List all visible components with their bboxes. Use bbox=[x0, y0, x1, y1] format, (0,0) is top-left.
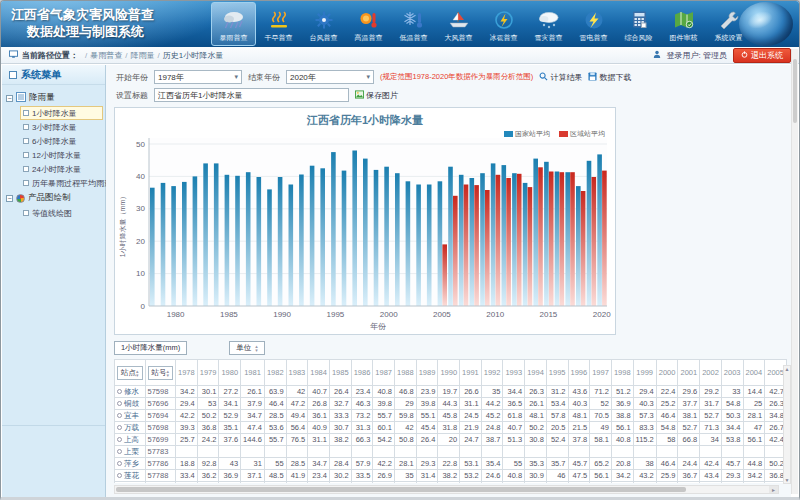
globe-graphic bbox=[739, 2, 793, 46]
radio-icon[interactable] bbox=[117, 449, 122, 454]
sidebar-item-0-2[interactable]: 6小时降水量 bbox=[20, 134, 103, 148]
toolbar-item-lightning[interactable]: 雷电普查 bbox=[571, 2, 616, 46]
table-vertical-scrollbar[interactable]: ▲▼ bbox=[783, 365, 791, 484]
value-cell: 42.2 bbox=[176, 410, 198, 422]
table-row[interactable]: 修水5759834.230.127.226.163.94240.726.423.… bbox=[115, 386, 788, 398]
toolbar-item-rainstorm[interactable]: 暴雨普查 bbox=[211, 2, 256, 46]
sidebar-group-0[interactable]: −降雨量 bbox=[6, 90, 103, 106]
table-row[interactable]: 铜鼓5769629.45334.137.946.447.226.832.746.… bbox=[115, 398, 788, 410]
station-name: 万载 bbox=[124, 423, 139, 433]
start-year-select[interactable]: 1978年▾ bbox=[154, 70, 242, 84]
toolbar-item-cold[interactable]: 低温普查 bbox=[391, 2, 436, 46]
value-cell: 40.8 bbox=[373, 386, 395, 398]
radio-icon[interactable] bbox=[117, 413, 122, 418]
table-row[interactable]: 莲花5778833.436.236.937.148.541.923.430.23… bbox=[115, 470, 788, 482]
radio-icon[interactable] bbox=[117, 389, 122, 394]
value-cell: 23.9 bbox=[176, 482, 198, 484]
data-download-button[interactable]: 数据下载 bbox=[588, 72, 631, 83]
toolbar-item-hail[interactable]: 冰雹普查 bbox=[481, 2, 526, 46]
table-row[interactable]: 上高5769925.724.237.6144.655.776.531.138.2… bbox=[115, 434, 788, 446]
value-cell: 53.6 bbox=[264, 422, 286, 434]
calc-result-button[interactable]: 计算结果 bbox=[539, 72, 582, 83]
sidebar-item-1-0[interactable]: 等值线绘图 bbox=[20, 206, 103, 220]
id-filter[interactable]: 站号▴▾ bbox=[148, 366, 174, 380]
value-cell: 34.1 bbox=[219, 398, 241, 410]
radio-icon[interactable] bbox=[117, 425, 122, 430]
save-image-button[interactable]: 保存图片 bbox=[355, 90, 398, 101]
table-row[interactable]: 萍乡5778618.892.843315528.534.728.457.942.… bbox=[115, 458, 788, 470]
table-row[interactable]: 宜丰5769442.250.252.934.728.549.436.133.37… bbox=[115, 410, 788, 422]
toolbar-item-risk[interactable]: 综合风险 bbox=[616, 2, 661, 46]
breadcrumb-item[interactable]: 暴雨普查 bbox=[90, 51, 122, 60]
value-cell: 58.1 bbox=[590, 434, 612, 446]
sidebar-group-1[interactable]: −产品图绘制 bbox=[6, 190, 103, 206]
value-cell: 24.8 bbox=[481, 422, 503, 434]
sidebar-item-0-4[interactable]: 24小时降水量 bbox=[20, 162, 103, 176]
radio-icon[interactable] bbox=[117, 401, 122, 406]
sidebar-item-0-0[interactable]: 1小时降水量 bbox=[20, 106, 103, 120]
value-cell: 60.1 bbox=[373, 422, 395, 434]
value-cell: 115.2 bbox=[633, 434, 656, 446]
value-cell: 40.9 bbox=[308, 422, 330, 434]
value-cell: 42.2 bbox=[373, 458, 395, 470]
sort-arrows-icon: ▴▾ bbox=[255, 344, 258, 352]
map-icon bbox=[672, 8, 696, 32]
radio-icon[interactable] bbox=[117, 437, 122, 442]
value-cell: 78.5 bbox=[219, 482, 241, 484]
toolbar-item-heat[interactable]: 高温普查 bbox=[346, 2, 391, 46]
user-area: 登录用户: 管理员 退出系统 bbox=[653, 48, 791, 63]
toolbar-item-typhoon[interactable]: 台风普查 bbox=[301, 2, 346, 46]
lightning-bolt-icon bbox=[582, 8, 606, 32]
toolbar-item-drought[interactable]: 干旱普查 bbox=[256, 2, 301, 46]
station-filter[interactable]: 站点▴▾ bbox=[117, 366, 143, 380]
radio-icon[interactable] bbox=[117, 461, 122, 466]
toolbar-item-wind[interactable]: 大风普查 bbox=[436, 2, 481, 46]
table-row[interactable]: 宜春5779323.939.578.580.521.446.852.847.85… bbox=[115, 482, 788, 484]
toolbar-item-map-review[interactable]: 图件审核 bbox=[661, 2, 706, 46]
table-row[interactable]: 上栗57783 bbox=[115, 446, 788, 458]
toolbar-item-label: 雷电普查 bbox=[580, 33, 608, 43]
collapse-icon[interactable]: − bbox=[6, 95, 13, 102]
svg-text:1980: 1980 bbox=[167, 310, 185, 319]
value-cell bbox=[503, 446, 525, 458]
value-cell: 23.2 bbox=[460, 482, 482, 484]
value-cell: 21.4 bbox=[264, 482, 286, 484]
sidebar-item-0-1[interactable]: 3小时降水量 bbox=[20, 120, 103, 134]
table-horizontal-scrollbar[interactable]: ▸ bbox=[114, 485, 779, 494]
chart-title-input[interactable]: 江西省历年1小时降水量 bbox=[154, 88, 349, 102]
power-icon bbox=[741, 51, 748, 60]
table-row[interactable]: 万载5769839.336.835.147.453.656.440.930.73… bbox=[115, 422, 788, 434]
radio-icon[interactable] bbox=[117, 473, 122, 478]
collapse-icon[interactable]: − bbox=[6, 195, 13, 202]
breadcrumb-item[interactable]: 降雨量 bbox=[130, 51, 154, 60]
scroll-down-icon: ▼ bbox=[784, 477, 790, 483]
value-cell: 40.8 bbox=[503, 470, 525, 482]
station-name: 上栗 bbox=[124, 447, 139, 457]
app-title-line2: 数据处理与制图系统 bbox=[11, 23, 154, 40]
station-cell-content: 上高 bbox=[117, 435, 143, 445]
page-vertical-scrollbar[interactable] bbox=[791, 49, 798, 494]
hscroll-thumb[interactable] bbox=[116, 487, 686, 492]
chevron-down-icon: ▾ bbox=[366, 73, 370, 81]
sidebar-item-0-3[interactable]: 12小时降水量 bbox=[20, 148, 103, 162]
value-cell: 35.3 bbox=[525, 458, 547, 470]
value-cell: 35.4 bbox=[481, 458, 503, 470]
value-cell: 25.9 bbox=[656, 470, 678, 482]
value-cell: 53.2 bbox=[460, 470, 482, 482]
value-cell: 31.8 bbox=[438, 422, 460, 434]
unit-button[interactable]: 1小时降水量(mm) bbox=[114, 341, 187, 355]
checkbox-icon bbox=[23, 166, 29, 172]
svg-text:2005: 2005 bbox=[433, 310, 451, 319]
sidebar-item-0-5[interactable]: 历年暴雨过程平均雨量 bbox=[20, 176, 103, 190]
value-cell: 26.8 bbox=[308, 398, 330, 410]
breadcrumb-item[interactable]: 历史1小时降水量 bbox=[163, 51, 223, 60]
unit-dropdown[interactable]: 单位 ▴▾ bbox=[229, 341, 265, 355]
value-cell: 29.4 bbox=[176, 398, 198, 410]
vscroll-thumb[interactable] bbox=[793, 59, 797, 123]
value-cell: 47.2 bbox=[286, 398, 308, 410]
value-cell: 58 bbox=[656, 434, 678, 446]
logout-button[interactable]: 退出系统 bbox=[733, 48, 791, 63]
toolbar-item-snow[interactable]: 雪灾普查 bbox=[526, 2, 571, 46]
end-year-select[interactable]: 2020年▾ bbox=[286, 70, 374, 84]
value-cell: 36.9 bbox=[611, 398, 633, 410]
